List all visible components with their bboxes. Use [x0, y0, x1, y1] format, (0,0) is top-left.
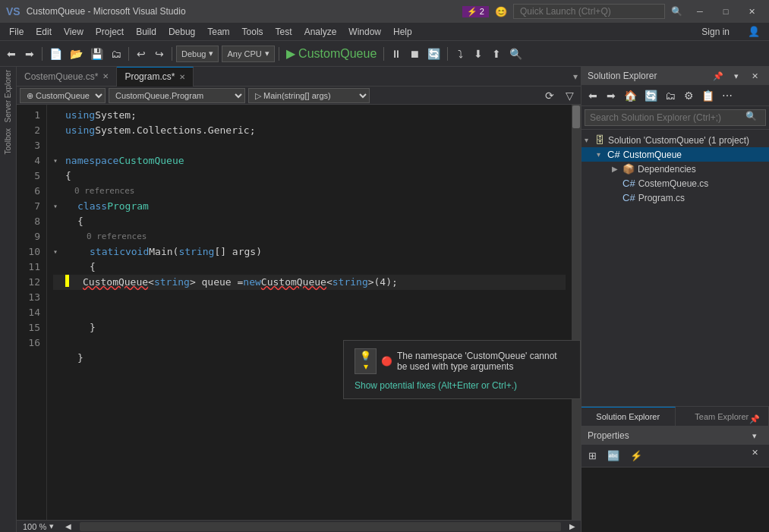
show-fixes-link[interactable]: Show potential fixes (Alt+Enter or Ctrl+…: [355, 380, 569, 391]
server-explorer-label[interactable]: Server Explorer: [2, 67, 14, 125]
back-button[interactable]: ⬅: [3, 46, 20, 62]
save-all-button[interactable]: 🗂: [108, 46, 124, 62]
save-button[interactable]: 💾: [87, 46, 106, 62]
new-project-button[interactable]: 📄: [46, 46, 65, 62]
feedback-icon: 😊: [495, 6, 507, 17]
minimize-button[interactable]: ─: [689, 4, 711, 19]
zoom-arrow[interactable]: ▾: [49, 521, 54, 531]
find-button[interactable]: 🔍: [506, 46, 525, 62]
vertical-scrollbar[interactable]: [572, 105, 581, 520]
menu-help[interactable]: Help: [387, 25, 418, 39]
se-toolbar: ⬅ ➡ 🏠 🔄 🗂 ⚙ 📋 ⋯: [581, 85, 769, 106]
restart-button[interactable]: 🔄: [424, 46, 443, 62]
step-into-button[interactable]: ⬇: [470, 46, 487, 62]
config-dropdown[interactable]: Debug ▾: [176, 46, 219, 62]
tree-costemqueue[interactable]: ▶ C# CostemQueue.cs: [581, 176, 769, 190]
code-line-3: [53, 138, 566, 153]
menu-tools[interactable]: Tools: [236, 25, 269, 39]
menu-debug[interactable]: Debug: [162, 25, 201, 39]
prop-categorized-button[interactable]: ⊞: [585, 448, 600, 464]
se-close-button[interactable]: ✕: [746, 68, 763, 84]
se-search-button[interactable]: 🔍: [742, 108, 760, 124]
se-back-button[interactable]: ⬅: [585, 87, 601, 104]
se-pin-button[interactable]: 📌: [710, 68, 726, 84]
code-line-13: }: [53, 320, 566, 335]
se-tree: ▾ 🗄 Solution 'CustomQueue' (1 project) ▾…: [581, 130, 769, 406]
scroll-right-button[interactable]: ▶: [564, 518, 581, 533]
tab-overflow-arrow[interactable]: ▾: [570, 71, 581, 82]
costemqueue-icon: C#: [622, 178, 635, 189]
se-search-input[interactable]: [585, 109, 766, 126]
horizontal-scrollbar[interactable]: [80, 522, 561, 531]
error-message: The namespace 'CustomQueue' cannot be us…: [397, 351, 569, 372]
tab-solution-explorer[interactable]: Solution Explorer: [581, 407, 676, 426]
se-more-button[interactable]: ⋯: [719, 87, 736, 104]
tab-costemqueue-close[interactable]: ✕: [102, 72, 109, 80]
tab-program-close[interactable]: ✕: [179, 73, 185, 81]
namespace-dropdown[interactable]: ⊕ CustomQueue: [20, 88, 106, 103]
break-button[interactable]: ⏸: [388, 46, 405, 62]
tree-solution[interactable]: ▾ 🗄 Solution 'CustomQueue' (1 project): [581, 133, 769, 147]
fold-6[interactable]: ▾: [53, 199, 62, 214]
platform-dropdown[interactable]: Any CPU ▾: [222, 46, 274, 62]
code-content[interactable]: using System; using System.Collections.G…: [47, 105, 572, 520]
menu-test[interactable]: Test: [269, 25, 298, 39]
code-editor[interactable]: 1 2 3 4 5 6 7 8 9 10 11 12 13 14 15 16: [17, 105, 581, 520]
redo-button[interactable]: ↪: [151, 46, 168, 62]
menu-team[interactable]: Team: [201, 25, 235, 39]
se-refresh-button[interactable]: 🔄: [641, 87, 660, 104]
prop-dropdown-button[interactable]: ▾: [746, 427, 763, 444]
menu-analyze[interactable]: Analyze: [298, 25, 343, 39]
se-preview-button[interactable]: 📋: [698, 87, 717, 104]
se-collapse-button[interactable]: 🗂: [662, 87, 679, 104]
prop-pin-button[interactable]: 📌: [746, 411, 763, 427]
scroll-left-button[interactable]: ◀: [60, 518, 77, 533]
se-dropdown-button[interactable]: ▾: [728, 68, 745, 84]
menu-view[interactable]: View: [58, 25, 90, 39]
start-button[interactable]: ▶ CustomQueue: [283, 46, 380, 62]
menu-project[interactable]: Project: [90, 25, 130, 39]
class-dropdown[interactable]: CustomQueue.Program: [109, 88, 245, 103]
se-home-button[interactable]: 🏠: [621, 87, 640, 104]
editor-container: 1 2 3 4 5 6 7 8 9 10 11 12 13 14 15 16: [17, 105, 581, 520]
fold-8[interactable]: ▾: [53, 244, 62, 260]
se-forward-button[interactable]: ➡: [603, 87, 619, 104]
menu-window[interactable]: Window: [342, 25, 387, 39]
maximize-button[interactable]: □: [714, 4, 737, 19]
se-filter-button[interactable]: ⚙: [680, 87, 697, 104]
menu-file[interactable]: File: [3, 25, 30, 39]
prop-alphabetical-button[interactable]: 🔤: [604, 448, 623, 464]
lightbulb-button[interactable]: 💡▾: [355, 348, 377, 374]
tree-program[interactable]: ▶ C# Program.cs: [581, 190, 769, 205]
tree-deps[interactable]: ▶ 📦 Dependencies: [581, 162, 769, 176]
deps-arrow: ▶: [612, 165, 621, 173]
tree-project[interactable]: ▾ C# CustomQueue: [581, 147, 769, 162]
project-arrow: ▾: [597, 150, 606, 159]
zoom-bar: 100 % ▾: [17, 521, 60, 531]
menu-bar: File Edit View Project Build Debug Team …: [0, 23, 769, 41]
scroll-thumb[interactable]: [572, 105, 580, 128]
signin-link[interactable]: Sign in: [695, 25, 736, 39]
menu-build[interactable]: Build: [130, 25, 162, 39]
tab-program-label: Program.cs*: [124, 71, 175, 82]
tab-costemqueue[interactable]: CostemQueue.cs* ✕: [17, 67, 117, 87]
forward-button[interactable]: ➡: [21, 46, 38, 62]
tab-program[interactable]: Program.cs* ✕: [117, 67, 194, 87]
undo-button[interactable]: ↩: [133, 46, 150, 62]
open-button[interactable]: 📂: [67, 46, 86, 62]
code-line-8: 0 references ▾ static void Main( string …: [53, 229, 566, 260]
expand-editor-button[interactable]: ▽: [561, 87, 578, 104]
step-out-button[interactable]: ⬆: [488, 46, 505, 62]
prop-events-button[interactable]: ⚡: [626, 448, 646, 464]
method-dropdown[interactable]: ▷ Main(string[] args): [248, 88, 370, 103]
quick-launch-input[interactable]: [513, 4, 665, 19]
stop-button[interactable]: ⏹: [406, 46, 423, 62]
fold-4[interactable]: ▾: [53, 153, 62, 168]
step-over-button[interactable]: ⤵: [452, 46, 468, 62]
prop-title: Properties: [588, 430, 629, 441]
close-button[interactable]: ✕: [740, 4, 763, 19]
sync-file-button[interactable]: ⟳: [541, 87, 558, 104]
menu-edit[interactable]: Edit: [30, 25, 58, 39]
toolbox-label[interactable]: Toolbox: [2, 125, 14, 157]
solution-arrow: ▾: [585, 136, 594, 144]
